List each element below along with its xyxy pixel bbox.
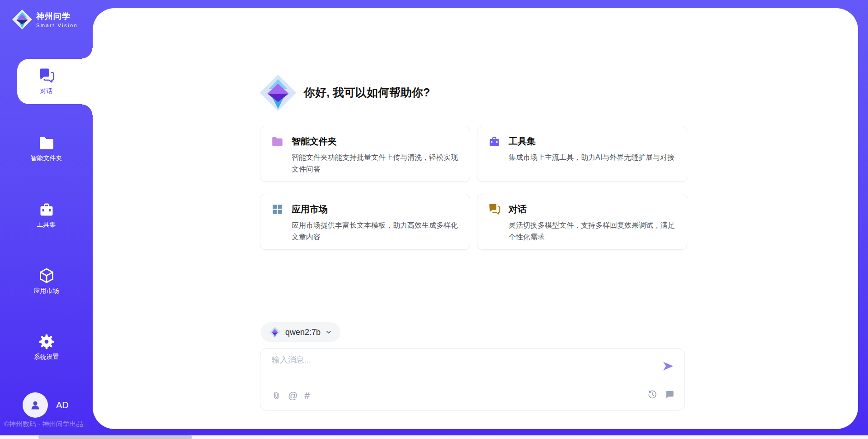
avatar: [23, 392, 48, 418]
card-title: 工具集: [509, 135, 536, 148]
brand-subtitle: Smart Vision: [36, 23, 78, 28]
send-icon: [662, 360, 675, 372]
paperclip-icon: [272, 391, 281, 400]
horizontal-scrollbar-thumb[interactable]: [38, 435, 192, 439]
model-name: qwen2:7b: [285, 328, 321, 337]
folder-icon: [38, 135, 55, 151]
sidebar-item-label: 系统设置: [0, 353, 93, 361]
sidebar-item-chat[interactable]: 对话: [0, 68, 93, 95]
sidebar-item-label: 智能文件夹: [0, 154, 93, 162]
sidebar-item-label: 工具集: [0, 221, 93, 229]
brand-diamond-icon: [259, 74, 297, 112]
card-toolset[interactable]: 工具集 集成市场上主流工具，助力AI与外界无缝扩展与对接: [477, 126, 687, 182]
sidebar-item-label: 应用市场: [0, 287, 93, 295]
user-account[interactable]: AD: [23, 392, 69, 418]
card-title: 对话: [509, 203, 527, 215]
card-app-market[interactable]: 应用市场 应用市场提供丰富长文本模板，助力高效生成多样化文章内容: [260, 194, 470, 250]
brand-logo-icon: [12, 9, 33, 30]
card-description: 灵活切换多模型文件，支持多样回复效果调试，满足个性化需求: [509, 220, 676, 243]
gear-icon: [38, 334, 55, 350]
mention-button[interactable]: @: [288, 391, 297, 400]
sidebar-item-app-market[interactable]: 应用市场: [0, 267, 93, 295]
card-description: 集成市场上主流工具，助力AI与外界无缝扩展与对接: [509, 152, 676, 163]
card-description: 应用市场提供丰富长文本模板，助力高效生成多样化文章内容: [292, 220, 459, 243]
user-initials: AD: [56, 400, 69, 410]
sidebar: 神州问学 Smart Vision 对话 智能文件夹 工具集 应用市场 系统设置: [0, 0, 93, 439]
horizontal-scrollbar-track: [0, 435, 868, 439]
active-tab-flare-bottom: [82, 104, 93, 115]
grid-icon: [271, 203, 283, 215]
message-composer: @ #: [260, 348, 685, 410]
card-smart-folder[interactable]: 智能文件夹 智能文件夹功能支持批量文件上传与清洗，轻松实现文件问答: [260, 126, 470, 182]
toolbox-icon: [488, 135, 500, 148]
sidebar-item-toolset[interactable]: 工具集: [0, 201, 93, 229]
history-icon[interactable]: [647, 390, 657, 400]
card-description: 智能文件夹功能支持批量文件上传与清洗，轻松实现文件问答: [292, 152, 459, 175]
chat-icon: [488, 203, 500, 215]
chevron-down-icon: [325, 329, 332, 336]
sidebar-item-smart-folder[interactable]: 智能文件夹: [0, 135, 93, 162]
sidebar-item-settings[interactable]: 系统设置: [0, 334, 93, 361]
cube-icon: [38, 267, 55, 284]
composer-divider: [267, 384, 678, 384]
card-title: 应用市场: [292, 203, 328, 215]
card-title: 智能文件夹: [292, 135, 337, 148]
chat-bubble-icon[interactable]: [665, 390, 675, 400]
card-chat[interactable]: 对话 灵活切换多模型文件，支持多样回复效果调试，满足个性化需求: [477, 194, 687, 250]
brand: 神州问学 Smart Vision: [12, 9, 78, 30]
brand-name: 神州问学: [36, 11, 78, 22]
message-input[interactable]: [272, 354, 642, 382]
sidebar-item-label: 对话: [0, 87, 93, 95]
chat-icon: [38, 68, 55, 84]
person-icon: [28, 398, 42, 412]
hashtag-button[interactable]: #: [304, 391, 310, 400]
active-tab-flare-top: [82, 48, 93, 59]
greeting-title: 你好, 我可以如何帮助你?: [304, 85, 430, 100]
attach-file-button[interactable]: [272, 391, 281, 400]
model-selector[interactable]: qwen2:7b: [261, 322, 340, 342]
send-button[interactable]: [662, 360, 675, 372]
toolbox-icon: [38, 201, 55, 218]
folder-icon: [271, 135, 283, 148]
copyright-note: ©神州数码 · 神州问学出品: [4, 420, 83, 429]
main-content-panel: 你好, 我可以如何帮助你? 智能文件夹 智能文件夹功能支持批量文件上传与清洗，轻…: [93, 8, 858, 429]
model-diamond-icon: [269, 326, 281, 338]
